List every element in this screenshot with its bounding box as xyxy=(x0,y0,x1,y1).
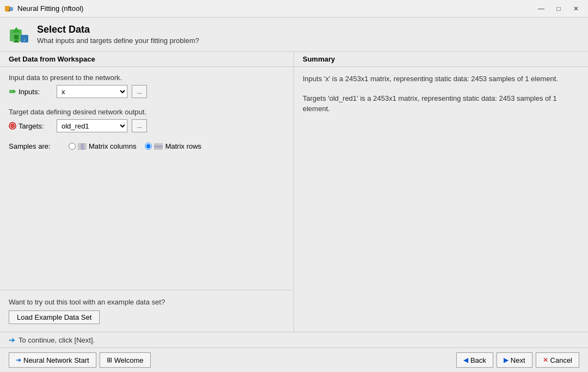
back-icon: ◀ xyxy=(463,356,468,364)
svg-point-13 xyxy=(12,125,14,127)
inputs-description: Input data to present to the network. xyxy=(9,74,285,82)
matrix-rows-icon xyxy=(154,143,163,150)
inputs-summary-text: Inputs 'x' is a 2453x1 matrix, represent… xyxy=(303,74,579,84)
svg-rect-15 xyxy=(81,143,84,150)
next-button[interactable]: ▶ Next xyxy=(497,352,532,368)
svg-rect-19 xyxy=(154,148,163,150)
svg-rect-18 xyxy=(154,145,163,148)
footer-left-buttons: ➔ Neural Network Start ⊞ Welcome xyxy=(9,352,151,368)
body-panels: Get Data from Workspace Input data to pr… xyxy=(0,52,588,332)
inputs-group: Input data to present to the network. In… xyxy=(9,74,285,98)
samples-row: Samples are: Matrix columns xyxy=(9,142,285,150)
inputs-summary-block: Inputs 'x' is a 2453x1 matrix, represent… xyxy=(303,74,579,84)
next-icon: ▶ xyxy=(504,356,509,364)
targets-row: Targets: x old_red1 ... xyxy=(9,119,285,132)
targets-browse-button[interactable]: ... xyxy=(132,119,147,132)
matrix-rows-option[interactable]: Matrix rows xyxy=(145,142,201,150)
targets-summary-text: Targets 'old_red1' is a 2453x1 matrix, r… xyxy=(303,93,579,114)
app-icon xyxy=(4,4,14,14)
header-section: ↓ Select Data What inputs and targets de… xyxy=(0,17,588,52)
titlebar-left: Neural Fitting (nftool) xyxy=(4,4,83,14)
maximize-button[interactable]: □ xyxy=(551,3,566,15)
inputs-label: Inputs: xyxy=(9,88,52,96)
page-subtitle: What inputs and targets define your fitt… xyxy=(37,36,199,45)
neural-network-start-button[interactable]: ➔ Neural Network Start xyxy=(9,352,96,368)
matrix-rows-radio[interactable] xyxy=(145,143,152,150)
svg-rect-5 xyxy=(14,35,19,39)
welcome-button[interactable]: ⊞ Welcome xyxy=(100,352,151,368)
neural-network-start-icon: ➔ xyxy=(16,356,21,364)
samples-label: Samples are: xyxy=(9,142,58,150)
matrix-columns-label: Matrix columns xyxy=(89,142,136,150)
svg-marker-10 xyxy=(14,89,16,94)
targets-summary-block: Targets 'old_red1' is a 2453x1 matrix, r… xyxy=(303,93,579,114)
welcome-icon: ⊞ xyxy=(107,356,112,364)
right-panel-title: Summary xyxy=(294,52,588,67)
inputs-row: Inputs: x old_red1 ... xyxy=(9,85,285,98)
svg-text:↓: ↓ xyxy=(23,36,26,42)
close-button[interactable]: ✕ xyxy=(568,3,584,15)
inputs-browse-button[interactable]: ... xyxy=(132,85,147,98)
minimize-icon: — xyxy=(538,5,544,13)
footer: ➔ To continue, click [Next]. ➔ Neural Ne… xyxy=(0,332,588,372)
svg-rect-17 xyxy=(154,143,163,145)
footer-hint-text: To continue, click [Next]. xyxy=(19,336,95,344)
svg-rect-16 xyxy=(84,143,87,150)
radio-group: Matrix columns Matrix rows xyxy=(69,142,201,150)
svg-rect-9 xyxy=(9,90,14,93)
footer-right-buttons: ◀ Back ▶ Next ✕ Cancel xyxy=(456,352,579,368)
footer-buttons: ➔ Neural Network Start ⊞ Welcome ◀ Back … xyxy=(0,348,588,372)
matrix-rows-label: Matrix rows xyxy=(165,142,201,150)
matrix-columns-option[interactable]: Matrix columns xyxy=(69,142,136,150)
targets-icon xyxy=(9,122,16,130)
targets-description: Target data defining desired network out… xyxy=(9,108,285,116)
right-panel-inner: Inputs 'x' is a 2453x1 matrix, represent… xyxy=(294,67,588,130)
close-icon: ✕ xyxy=(573,5,579,13)
left-panel-bottom: Want to try out this tool with an exampl… xyxy=(0,290,293,332)
titlebar: Neural Fitting (nftool) — □ ✕ xyxy=(0,0,588,17)
window-title: Neural Fitting (nftool) xyxy=(17,4,83,13)
right-panel: Summary Inputs 'x' is a 2453x1 matrix, r… xyxy=(294,52,588,332)
header-icon: ↓ xyxy=(9,25,30,47)
left-panel: Get Data from Workspace Input data to pr… xyxy=(0,52,294,332)
cancel-button[interactable]: ✕ Cancel xyxy=(536,352,579,368)
page-title: Select Data xyxy=(37,24,199,35)
header-text: Select Data What inputs and targets defi… xyxy=(37,24,199,45)
targets-group: Target data defining desired network out… xyxy=(9,108,285,132)
footer-hint: ➔ To continue, click [Next]. xyxy=(0,332,588,348)
matrix-columns-icon xyxy=(78,143,87,150)
matrix-columns-radio[interactable] xyxy=(69,143,76,150)
titlebar-controls: — □ ✕ xyxy=(534,3,584,15)
hint-arrow-icon: ➔ xyxy=(9,336,15,344)
left-panel-inner: Input data to present to the network. In… xyxy=(0,67,293,290)
maximize-icon: □ xyxy=(556,5,560,13)
svg-rect-14 xyxy=(78,143,81,150)
inputs-select[interactable]: x old_red1 xyxy=(57,85,127,98)
example-description: Want to try out this tool with an exampl… xyxy=(9,298,285,306)
cancel-icon: ✕ xyxy=(543,356,548,364)
left-panel-title: Get Data from Workspace xyxy=(0,52,293,67)
targets-label: Targets: xyxy=(9,122,52,130)
svg-rect-2 xyxy=(9,7,13,11)
targets-select[interactable]: x old_red1 xyxy=(57,119,127,132)
inputs-icon xyxy=(9,88,16,95)
minimize-button[interactable]: — xyxy=(534,3,549,15)
load-example-button[interactable]: Load Example Data Set xyxy=(9,310,100,324)
back-button[interactable]: ◀ Back xyxy=(456,352,493,368)
